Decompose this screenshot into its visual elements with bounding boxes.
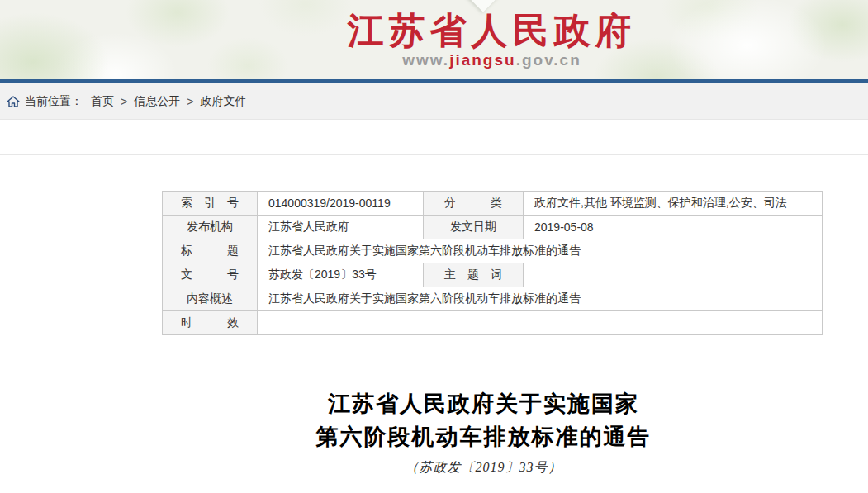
site-url-highlight: jiangsu (449, 51, 516, 69)
table-row: 文 号 苏政发〔2019〕33号 主 题 词 (163, 263, 823, 287)
index-number-label: 索 引 号 (163, 192, 258, 216)
section-divider (0, 154, 868, 155)
summary-label: 内容概述 (163, 287, 258, 311)
publisher-label: 发布机构 (163, 216, 258, 239)
site-url: www.jiangsu.gov.cn (116, 51, 868, 69)
doc-meta-table: 索 引 号 014000319/2019-00119 分 类 政府文件,其他 环… (162, 191, 823, 335)
site-banner: 江苏省人民政府 www.jiangsu.gov.cn (0, 0, 868, 79)
category-value: 政府文件,其他 环境监测、保护和治理,公安、司法 (524, 192, 823, 216)
doc-number-value: 苏政发〔2019〕33号 (258, 263, 424, 287)
document-number: （苏政发〔2019〕33号） (154, 459, 813, 476)
table-row: 时 效 (163, 311, 823, 335)
breadcrumb: 当前位置： 首页 > 信息公开 > 政府文件 (0, 83, 868, 120)
breadcrumb-separator: > (187, 95, 193, 108)
breadcrumb-label: 当前位置： (25, 94, 83, 109)
publish-date-label: 发文日期 (424, 216, 524, 239)
doc-number-label: 文 号 (163, 263, 258, 287)
table-row: 标 题 江苏省人民政府关于实施国家第六阶段机动车排放标准的通告 (163, 239, 823, 263)
site-url-prefix: www. (402, 51, 449, 69)
subject-words-label: 主 题 词 (424, 263, 524, 287)
validity-value (258, 311, 823, 335)
site-title: 江苏省人民政府 (116, 11, 868, 50)
publisher-value: 江苏省人民政府 (258, 216, 424, 239)
breadcrumb-item-gov-documents[interactable]: 政府文件 (200, 94, 246, 109)
table-row: 索 引 号 014000319/2019-00119 分 类 政府文件,其他 环… (163, 192, 823, 216)
document-title-line2: 第六阶段机动车排放标准的通告 (154, 420, 813, 453)
home-icon (7, 95, 20, 108)
table-row: 发布机构 江苏省人民政府 发文日期 2019-05-08 (163, 216, 823, 239)
breadcrumb-separator: > (121, 95, 127, 108)
publish-date-value: 2019-05-08 (524, 216, 823, 239)
breadcrumb-item-home[interactable]: 首页 (91, 94, 114, 109)
summary-value: 江苏省人民政府关于实施国家第六阶段机动车排放标准的通告 (258, 287, 823, 311)
breadcrumb-item-info-disclosure[interactable]: 信息公开 (134, 94, 180, 109)
index-number-value: 014000319/2019-00119 (258, 192, 424, 216)
validity-label: 时 效 (163, 311, 258, 335)
document-title-line1: 江苏省人民政府关于实施国家 (154, 387, 813, 420)
table-row: 内容概述 江苏省人民政府关于实施国家第六阶段机动车排放标准的通告 (163, 287, 823, 311)
category-label: 分 类 (424, 192, 524, 216)
site-url-suffix: .gov.cn (516, 51, 581, 69)
title-label: 标 题 (163, 239, 258, 263)
title-value: 江苏省人民政府关于实施国家第六阶段机动车排放标准的通告 (258, 239, 823, 263)
document-title-block: 江苏省人民政府关于实施国家 第六阶段机动车排放标准的通告 （苏政发〔2019〕3… (154, 387, 813, 476)
banner-text: 江苏省人民政府 www.jiangsu.gov.cn (0, 11, 868, 69)
subject-words-value (524, 263, 823, 287)
